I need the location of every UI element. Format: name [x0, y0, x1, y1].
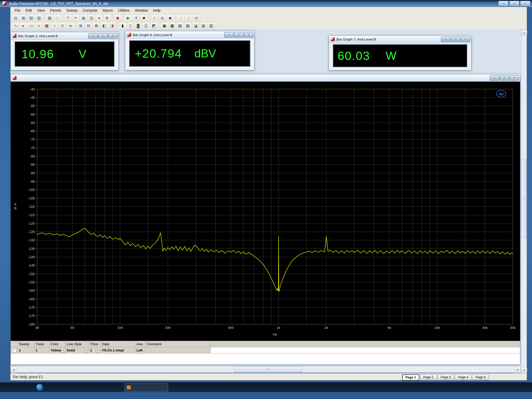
run-sweep-icon[interactable]: ▶ [125, 14, 132, 22]
scroll-left-icon[interactable]: ◄ [11, 366, 17, 373]
cursor-tool-icon[interactable]: ▸ [20, 22, 27, 29]
save-as-icon[interactable]: ▨ [35, 14, 43, 22]
restore-button[interactable]: □ [234, 32, 243, 37]
spectrum-plot-area[interactable]: -40-45-50-55-60-65-70-75-80-85-90-95-100… [11, 82, 520, 341]
taskbar-browser-icon[interactable] [36, 384, 43, 391]
restore-button[interactable]: □ [500, 75, 509, 81]
menu-help[interactable]: Help [150, 7, 163, 14]
app-titlebar[interactable]: Audio Precision AP2700 - LB_TST_FFT_Spec… [0, 0, 532, 7]
menu-window[interactable]: Window [132, 7, 150, 14]
taskbar-window-preview[interactable] [125, 383, 168, 391]
stop-sweep-icon[interactable]: ■ [140, 14, 148, 22]
frequency-counter-icon[interactable]: ⊙ [59, 22, 66, 29]
paste-icon[interactable]: ▤ [88, 14, 95, 22]
move-down-icon[interactable]: ↓ [185, 14, 192, 22]
scroll-up-icon[interactable]: ▲ [521, 30, 527, 36]
mdi-horizontal-scrollbar[interactable]: ◄ ► [10, 366, 521, 373]
cell-color[interactable]: Yellow▼ [50, 347, 66, 354]
record-macro-icon[interactable]: ◉ [114, 14, 121, 22]
tab-page-5[interactable]: Page 5 [472, 374, 489, 380]
regulation-panel-icon[interactable]: ◩ [150, 22, 157, 29]
print-preview-icon[interactable]: □ [54, 14, 61, 22]
limits-panel-icon[interactable]: ◪ [192, 22, 199, 29]
close-button[interactable]: × [108, 33, 117, 38]
speaker-panel-icon[interactable]: ◄ [66, 22, 74, 29]
row-selector[interactable]: × [11, 347, 18, 354]
minimize-button[interactable]: — [441, 37, 450, 42]
mixed-signal-icon[interactable]: ▥ [208, 22, 215, 29]
monitor-d-icon[interactable]: ▧ [184, 22, 191, 29]
graph-window-titlebar[interactable]: —□× [11, 74, 520, 82]
hardware-status-icon[interactable]: ▒ [142, 22, 150, 29]
macro-panel-icon[interactable]: ◨ [108, 22, 116, 29]
dropdown-icon[interactable]: ▼ [96, 348, 100, 353]
close-button[interactable]: × [461, 37, 470, 42]
windows-taskbar[interactable] [0, 382, 532, 392]
horizontal-scrollbar-thumb[interactable] [234, 367, 302, 373]
nudge-panel-icon[interactable]: ≡ [35, 22, 43, 29]
close-button[interactable]: × [244, 32, 253, 37]
vertical-scrollbar-thumb[interactable] [522, 160, 527, 238]
restore-button[interactable]: □ [451, 37, 460, 42]
restore-button[interactable]: □ [509, 1, 520, 6]
tab-page-3[interactable]: Page 3 [437, 374, 454, 380]
mdi-vertical-scrollbar[interactable]: ▲ ▼ [521, 30, 527, 373]
scroll-right-icon[interactable]: ► [515, 366, 521, 373]
sweep-panel-icon[interactable]: ▭ [28, 22, 35, 29]
menu-panels[interactable]: Panels [48, 7, 64, 14]
restore-button[interactable]: □ [98, 33, 108, 38]
menu-edit[interactable]: Edit [23, 7, 35, 14]
monitors-icon[interactable]: ◎ [159, 14, 166, 22]
print-icon[interactable]: ▩ [46, 14, 53, 22]
cell-thick[interactable]: 1▼ [89, 347, 101, 354]
analyzer-panel-icon[interactable]: ⊟ [85, 22, 92, 29]
start-icon[interactable]: ● [96, 14, 103, 22]
close-button[interactable]: × [510, 75, 519, 81]
sweep-settings-icon[interactable]: ◧ [101, 22, 108, 29]
minimize-button[interactable]: — [224, 32, 234, 37]
menu-compute[interactable]: Compute [80, 7, 100, 14]
menu-file[interactable]: File [12, 7, 23, 14]
transfer-icon[interactable]: ⇄ [193, 14, 200, 22]
sweep-spectrum-icon[interactable]: ◆ [167, 14, 174, 22]
scroll-down-icon[interactable]: ▼ [521, 367, 527, 373]
status-bits-icon[interactable]: ▯ [127, 22, 134, 29]
spectrum-view-icon[interactable]: ▤ [200, 22, 207, 29]
bargraph-7-titlebar[interactable]: Bar Graph 7: Anlr.Level B —□× [329, 36, 471, 43]
monitor-c-icon[interactable]: ▨ [176, 22, 184, 29]
dropdown-icon[interactable]: ▼ [61, 348, 65, 353]
minimize-button[interactable]: — [88, 33, 98, 38]
tab-page-2[interactable]: Page 2 [420, 374, 437, 380]
new-test-icon[interactable]: ▤ [12, 14, 19, 22]
row-select-icon[interactable]: × [12, 348, 16, 353]
settling-panel-icon[interactable]: ≈ [51, 22, 58, 29]
tab-page-1[interactable]: Page 1 [402, 374, 419, 381]
save-test-icon[interactable]: ▧ [28, 14, 35, 22]
monitor-b-icon[interactable]: ▩ [169, 22, 176, 29]
bargraph-8-titlebar[interactable]: Bar Graph 8: Anlr.Level B —□× [125, 31, 254, 39]
move-up-icon[interactable]: ↑ [177, 14, 184, 22]
cell-line-style[interactable]: Solid▼ [66, 347, 89, 354]
dropdown-icon[interactable]: ▼ [84, 348, 88, 353]
monitor-a-icon[interactable]: ▣ [161, 22, 168, 29]
menu-sweep[interactable]: Sweep [64, 7, 80, 14]
menu-utilities[interactable]: Utilities [115, 7, 132, 14]
menu-view[interactable]: View [35, 7, 48, 14]
cut-icon[interactable]: ✂ [72, 14, 79, 22]
minimize-button[interactable]: — [490, 75, 499, 81]
digital-io-icon[interactable]: ▦ [43, 22, 50, 29]
tab-page-4[interactable]: Page 4 [455, 374, 471, 380]
open-test-icon[interactable]: ▦ [20, 14, 27, 22]
data-editor-icon[interactable]: ▓ [135, 22, 142, 29]
pan-tool-icon[interactable]: + [151, 14, 158, 22]
fft-panel-icon[interactable]: ⊠ [93, 22, 100, 29]
graph-panel-icon[interactable]: ∿ [12, 22, 19, 29]
undo-icon[interactable]: ↶ [64, 14, 72, 22]
bargraph-1-titlebar[interactable]: Bar Graph 1: Anlr.Level B —□× [11, 32, 118, 40]
copy-icon[interactable]: ▣ [80, 14, 87, 22]
menu-macro[interactable]: Macro [100, 7, 115, 14]
pause-sweep-icon[interactable]: ‖ [132, 14, 140, 22]
minimize-button[interactable]: — [498, 1, 509, 6]
bargraph-panel-icon[interactable]: ▮ [119, 22, 126, 29]
abort-icon[interactable]: ⊗ [103, 14, 111, 22]
